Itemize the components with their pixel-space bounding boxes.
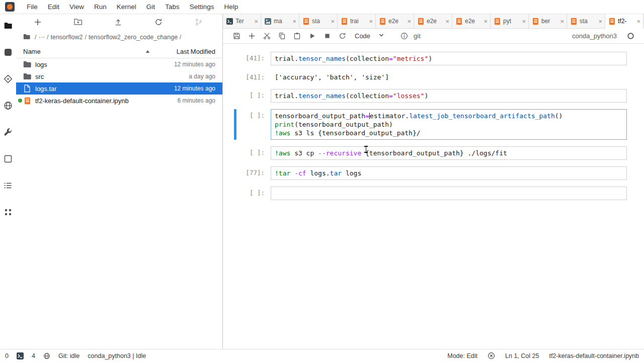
new-launcher-button[interactable]: [33, 18, 42, 27]
tab-0-ter[interactable]: Ter×: [223, 14, 261, 29]
running-sessions-tab[interactable]: [0, 48, 16, 58]
cluster-icon: [4, 208, 13, 218]
notebook-icon: [532, 18, 539, 25]
menu-tabs[interactable]: Tabs: [160, 0, 185, 14]
close-icon[interactable]: ×: [636, 18, 640, 25]
refresh-icon: [154, 18, 163, 28]
kernel-status-text[interactable]: conda_python3 | Idle: [88, 352, 146, 359]
endpoints-tab[interactable]: [0, 101, 16, 111]
info-button[interactable]: [396, 29, 412, 43]
tab-8-ber[interactable]: ber×: [529, 14, 567, 29]
wrench-icon: [4, 128, 13, 138]
circle-x-icon[interactable]: [488, 352, 495, 359]
tab-5-e2e[interactable]: e2e×: [414, 14, 452, 29]
close-icon[interactable]: ×: [522, 18, 526, 25]
restart-kernel-button[interactable]: [335, 29, 350, 43]
tab-label: Ter: [235, 18, 252, 25]
git-toolbar-button[interactable]: git: [414, 32, 421, 40]
extensions-tab[interactable]: [0, 208, 16, 218]
menu-kernel[interactable]: Kernel: [112, 0, 141, 14]
git-tab[interactable]: [0, 74, 16, 84]
kernel-status-icon[interactable]: [623, 29, 638, 43]
breadcrumb-part[interactable]: ⋯: [38, 34, 45, 41]
run-cell-button[interactable]: [304, 29, 319, 43]
tab-2-sta[interactable]: sta×: [299, 14, 338, 29]
cell-editor[interactable]: !tar -cf logs.tar logs: [271, 166, 627, 180]
copy-cells-button[interactable]: [274, 29, 289, 43]
tab-9-sta[interactable]: sta×: [567, 14, 605, 29]
active-cell-indicator[interactable]: [234, 109, 236, 140]
close-icon[interactable]: ×: [445, 18, 449, 25]
file-row-logs.tar[interactable]: logs.tar12 minutes ago: [16, 82, 222, 95]
new-folder-button[interactable]: [73, 18, 83, 27]
file-row-src[interactable]: srca day ago: [16, 70, 222, 82]
tab-4-e2e[interactable]: e2e×: [376, 14, 414, 29]
tab-label: e2e: [465, 18, 481, 25]
open-tabs-tab[interactable]: [0, 154, 16, 164]
file-browser-tab[interactable]: [0, 21, 16, 31]
notebook-icon: [341, 18, 348, 25]
kernels-count[interactable]: 4: [32, 352, 35, 359]
close-icon[interactable]: ×: [484, 18, 488, 25]
tab-label: tf2-: [618, 18, 634, 25]
app-logo-icon[interactable]: [5, 2, 15, 12]
cell-type-dropdown[interactable]: Code: [355, 32, 384, 40]
upload-button[interactable]: [114, 18, 123, 27]
tab-1-ma[interactable]: ma×: [261, 14, 299, 29]
paste-cells-button[interactable]: [289, 29, 304, 43]
close-icon[interactable]: ×: [560, 18, 564, 25]
cell-editor[interactable]: !aws s3 cp --recursive {tensorboard_outp…: [271, 146, 627, 160]
save-button[interactable]: [229, 29, 244, 43]
close-icon[interactable]: ×: [331, 18, 335, 25]
cell-editor[interactable]: trial.tensor_names(collection="losses"): [271, 89, 627, 103]
close-icon[interactable]: ×: [598, 18, 602, 25]
kernel-name[interactable]: conda_python3: [572, 32, 617, 40]
tab-7-pyt[interactable]: pyt×: [491, 14, 529, 29]
close-icon[interactable]: ×: [254, 18, 258, 25]
terminal-icon[interactable]: [17, 352, 24, 359]
interrupt-kernel-button[interactable]: [319, 29, 335, 43]
statusbar-filename: tf2-keras-default-container.ipynb: [549, 352, 639, 359]
tab-3-trai[interactable]: trai×: [338, 14, 376, 29]
breadcrumb-part[interactable]: tensorflow2_zero_code_change: [89, 34, 178, 41]
breadcrumb-part[interactable]: tensorflow2: [50, 34, 83, 41]
home-folder-icon[interactable]: [23, 34, 30, 40]
git-status[interactable]: Git: idle: [58, 352, 79, 359]
file-modified: 12 minutes ago: [174, 85, 215, 92]
mode-indicator[interactable]: Mode: Edit: [447, 352, 477, 359]
close-icon[interactable]: ×: [369, 18, 373, 25]
close-icon[interactable]: ×: [407, 18, 411, 25]
notebook-icon: [609, 18, 615, 25]
terminals-count[interactable]: 0: [5, 352, 9, 359]
notebook-icon: [494, 18, 501, 25]
globe-icon[interactable]: [43, 352, 50, 359]
menu-edit[interactable]: Edit: [43, 0, 64, 14]
menu-view[interactable]: View: [64, 0, 89, 14]
file-row-logs[interactable]: logs12 minutes ago: [16, 58, 222, 70]
refresh-button[interactable]: [154, 18, 163, 27]
menu-help[interactable]: Help: [219, 0, 243, 14]
column-header-modified[interactable]: Last Modified: [159, 48, 215, 55]
cell-editor[interactable]: tensorboard_output_path=estimator.latest…: [271, 109, 627, 140]
cursor-position[interactable]: Ln 1, Col 25: [505, 352, 539, 359]
menu-settings[interactable]: Settings: [185, 0, 219, 14]
tab-10-tf2[interactable]: tf2-×: [605, 14, 643, 29]
close-icon[interactable]: ×: [292, 18, 296, 25]
cut-cells-button[interactable]: [259, 29, 274, 43]
menu-run[interactable]: Run: [89, 0, 112, 14]
file-row-tf2-keras-default-container.ipynb[interactable]: tf2-keras-default-container.ipynb6 minut…: [16, 95, 222, 107]
notebook-icon: [571, 18, 577, 25]
main-dock-panel: Ter×ma×sta×trai×e2e×e2e×e2e×pyt×ber×sta×…: [223, 14, 644, 349]
table-of-contents-tab[interactable]: [0, 181, 16, 191]
menubar-items: FileEditViewRunKernelGitTabsSettingsHelp: [22, 0, 243, 14]
cell-editor[interactable]: trial.tensor_names(collection="metrics"): [271, 52, 627, 65]
column-header-name[interactable]: Name: [23, 48, 159, 55]
add-cell-button[interactable]: [244, 29, 259, 43]
file-modified: 12 minutes ago: [174, 61, 215, 68]
notebook-cells: [41]:trial.tensor_names(collection="metr…: [223, 44, 644, 349]
cell-editor[interactable]: [271, 187, 627, 200]
settings-tools-tab[interactable]: [0, 128, 16, 138]
menu-file[interactable]: File: [22, 0, 43, 14]
tab-6-e2e[interactable]: e2e×: [452, 14, 491, 29]
menu-git[interactable]: Git: [141, 0, 160, 14]
